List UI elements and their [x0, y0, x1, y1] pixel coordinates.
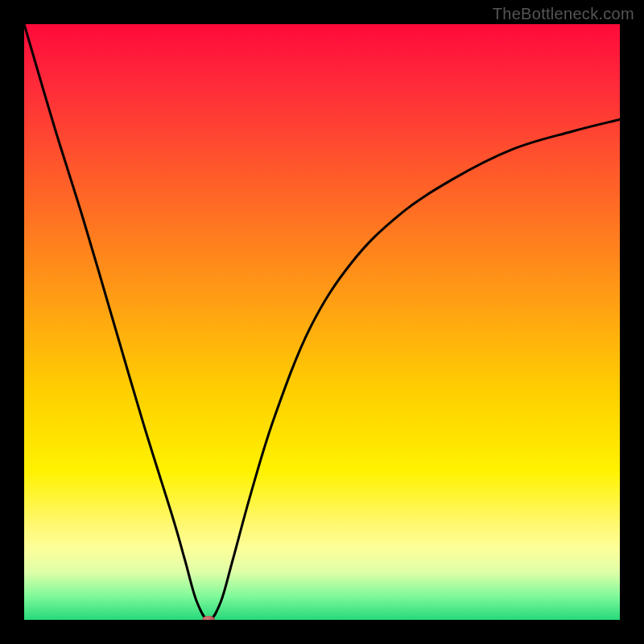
plot-area: [24, 24, 620, 620]
curve-svg: [24, 24, 620, 620]
chart-frame: TheBottleneck.com: [0, 0, 644, 644]
bottleneck-curve: [24, 24, 620, 620]
attribution-text: TheBottleneck.com: [493, 5, 634, 23]
minimum-marker: [202, 616, 215, 620]
